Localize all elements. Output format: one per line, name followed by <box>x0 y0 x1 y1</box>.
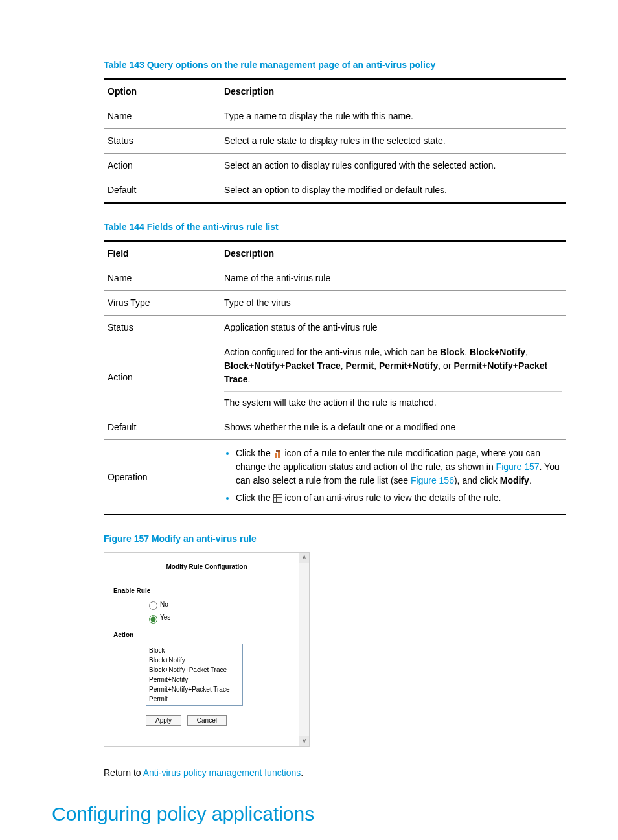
enable-no-radio[interactable] <box>149 601 157 610</box>
operation-bullet-1: Click the icon of a rule to enter the ru… <box>236 447 562 487</box>
action-label: Action <box>113 630 300 640</box>
table143-h1: Description <box>220 79 566 104</box>
option[interactable]: Permit+Notify+Packet Trace <box>148 684 241 694</box>
table-row: StatusSelect a rule state to display rul… <box>104 129 566 154</box>
return-link[interactable]: Anti-virus policy management functions <box>143 767 301 778</box>
table-row: ActionSelect an action to display rules … <box>104 154 566 178</box>
figure156-link[interactable]: Figure 156 <box>411 475 454 485</box>
cancel-button[interactable]: Cancel <box>187 715 227 726</box>
scroll-up-icon[interactable]: ∧ <box>299 553 309 563</box>
operation-bullet-2: Click the icon of an anti-virus rule to … <box>236 491 562 505</box>
action-desc-p2: The system will take the action if the r… <box>224 396 562 410</box>
svg-rect-1 <box>278 452 280 458</box>
modify-rule-panel: ∧ ∨ Modify Rule Configuration Enable Rul… <box>104 552 310 747</box>
action-desc-p1: Action configured for the anti-virus rul… <box>224 345 562 392</box>
table144-caption: Table 144 Fields of the anti-virus rule … <box>104 220 566 234</box>
option[interactable]: Block+Notify <box>148 655 241 665</box>
option[interactable]: Block+Notify+Packet Trace <box>148 665 241 675</box>
svg-rect-2 <box>276 450 280 452</box>
figure157-link[interactable]: Figure 157 <box>496 461 540 472</box>
section-heading: Configuring policy applications <box>52 799 566 828</box>
enable-yes-radio[interactable] <box>149 615 157 624</box>
apply-button[interactable]: Apply <box>146 715 181 726</box>
table143-h0: Option <box>104 79 220 104</box>
figure157-caption: Figure 157 Modify an anti-virus rule <box>104 532 566 546</box>
table143-caption: Table 143 Query options on the rule mana… <box>104 58 566 72</box>
table144: Field Description NameName of the anti-v… <box>104 240 566 515</box>
table-row: DefaultShows whether the rule is a defau… <box>104 415 566 440</box>
table144-h0: Field <box>104 241 220 266</box>
action-select[interactable]: Block Block+Notify Block+Notify+Packet T… <box>146 644 243 706</box>
svg-rect-0 <box>275 453 277 458</box>
body-paragraph: A policy application refers to deploying… <box>104 837 566 840</box>
scrollbar[interactable] <box>299 563 309 736</box>
table-row: StatusApplication status of the anti-vir… <box>104 316 566 340</box>
table-row: Virus TypeType of the virus <box>104 291 566 316</box>
enable-rule-label: Enable Rule <box>113 586 300 596</box>
panel-title: Modify Rule Configuration <box>113 562 300 572</box>
table-row: DefaultSelect an option to display the m… <box>104 178 566 204</box>
table-row: NameType a name to display the rule with… <box>104 104 566 129</box>
scroll-down-icon[interactable]: ∨ <box>299 736 309 746</box>
return-line: Return to Anti-virus policy management f… <box>104 766 566 780</box>
option[interactable]: Permit+Notify <box>148 675 241 684</box>
table-row: Action Action configured for the anti-vi… <box>104 340 566 415</box>
option[interactable]: Permit <box>148 694 241 704</box>
table-row: Operation Click the icon of a rule to en… <box>104 440 566 515</box>
modify-icon <box>273 449 282 458</box>
option[interactable]: Block <box>148 646 241 655</box>
table143: Option Description NameType a name to di… <box>104 78 566 204</box>
table-row: NameName of the anti-virus rule <box>104 266 566 291</box>
details-icon <box>273 494 282 503</box>
table144-h1: Description <box>220 241 566 266</box>
